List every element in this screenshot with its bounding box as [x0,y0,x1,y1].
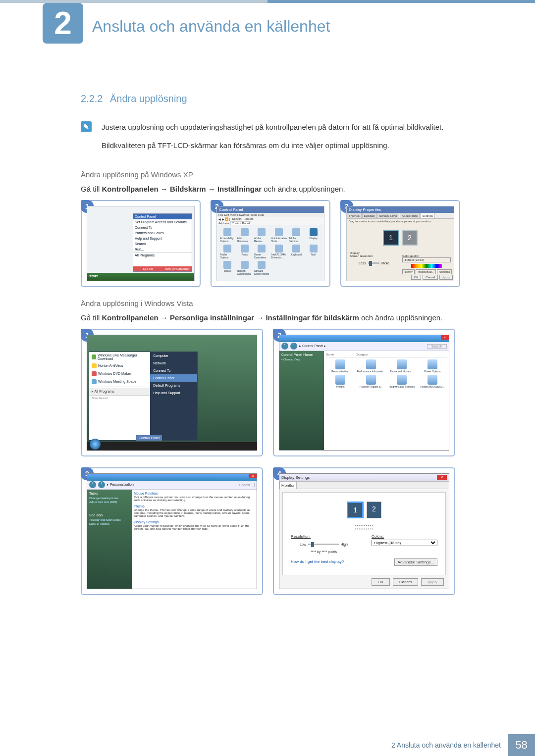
control-panel-screenshot: Control Panel File Edit View Favorites T… [216,206,324,281]
mouse-pointers-link: Mouse Pointers [134,492,255,495]
start-menu-screenshot: Control Panel Set Program Access and Def… [87,206,195,281]
cancel-button: Cancel [393,578,418,586]
program-item: Windows Live Messenger Download [98,353,148,360]
arrow-icon: → [159,185,170,193]
xp-figure-2: 2 Control Panel File Edit View Favorites… [211,200,330,287]
vista-figure-2: 2 × ‹›▸ Control Panel ▸Search Control Pa… [273,329,455,456]
vista-control-panel-screenshot: × ‹›▸ Control Panel ▸Search Control Pane… [279,335,449,451]
tabs: ThemesDesktopScreen SaverAppearanceSetti… [347,213,454,219]
sidebar-link: Ease of Access [89,522,130,525]
control-panel-icons: Accessibility Options Add Hardware Add o… [217,225,324,278]
window-title: Display Properties [347,206,454,213]
nav-step-2: Personliga inställningar [170,313,254,322]
monitor-2: 2 [367,502,381,518]
vista-personalization-screenshot: × ‹›▸ PersonalizationSearch Tasks Change… [87,473,257,589]
vista-start-menu-screenshot: Windows Live Messenger Download Norton A… [87,335,257,451]
control-panel-item: Control Panel [133,214,192,219]
section-title: Ändra upplösning [110,93,187,104]
chapter-title: Ansluta och använda en källenhet [92,17,330,36]
tooltip: Control Panel [136,435,162,441]
xp-figure-3: 3 Display Properties ThemesDesktopScreen… [340,200,460,287]
help-link: How do I get the best display? [291,559,344,564]
search-box: Search [235,483,255,487]
program-item: Windows DVD Maker [98,372,131,375]
breadcrumb: Control Panel [302,344,323,348]
program-item: Norton AntiVirus [98,364,123,367]
start-orb [90,439,101,450]
ok-button: OK [411,275,422,280]
arrow-icon: → [159,313,170,322]
xp-nav-path: Gå till Kontrollpanelen → Bildskärm → In… [81,185,463,193]
section-heading: 2.2.2 Ändra upplösning [81,93,463,104]
nav-step-3: Inställningar [217,185,262,193]
nav-suffix: och ändra upplösningen. [262,185,345,193]
sidebar-title: Control Panel Home [281,353,322,356]
nav-step-1: Kontrollpanelen [102,313,159,322]
theme-link: Theme [134,504,255,508]
monitor-layout: 1 2 [286,502,442,518]
menu-item: Printers and Faxes [133,230,192,236]
program-item: Windows Meeting Space [98,380,136,383]
see-also-title: See also [89,513,130,517]
right-item: Help and Support [150,389,197,397]
xp-figure-row: 1 Control Panel Set Program Access and D… [81,200,463,287]
color-value: Highest (32 bit) [402,257,451,262]
tasks-title: Tasks [89,492,130,495]
arrow-icon: → [254,313,266,322]
cancel-button: Cancel [423,275,438,280]
vista-nav-path: Gå till Kontrollpanelen → Personliga ins… [81,313,463,322]
info-paragraph-2: Bildkvaliteten på TFT-LCD-skärmar kan fö… [102,140,443,151]
address-value: Control Panel [230,221,251,225]
apply-button: Apply [439,275,453,280]
window-title: Control Panel [217,206,324,213]
logoff-button: Log Off [133,266,162,271]
dialog-buttons: OK Cancel Apply [372,578,444,586]
tab-monitor: Monitor [279,482,297,489]
menubar: File Edit View Favorites Tools Help [217,213,324,217]
advanced-settings-button: Advanced Settings... [394,558,437,566]
nav-suffix: och ändra upplösningen. [359,313,442,322]
xp-subheading: Ändra upplösning på Windows XP [81,170,463,179]
section-number: 2.2.2 [81,93,103,104]
page-number: 58 [508,734,535,756]
nav-prefix: Gå till [81,185,102,193]
close-icon: × [437,475,447,480]
section-body: Pick a different mouse pointer. You can … [134,496,255,502]
col-category: Category [356,353,368,356]
menu-item: Help and Support [133,236,192,241]
nav-step-1: Kontrollpanelen [102,185,159,193]
vista-figure-row-1: 1 Windows Live Messenger Download Norton… [81,329,463,456]
vista-figure-3: 3 × ‹›▸ PersonalizationSearch Tasks Chan… [81,467,263,595]
nav-step-3: Inställningar för bildskärm [266,313,359,322]
taskbar [87,442,257,451]
window-title: Display Settings [281,475,310,480]
vista-figure-4: 4 Display Settings× Monitor 1 2 ********… [273,467,455,595]
page-content: 2.2.2 Ändra upplösning ✎ Justera upplösn… [81,93,463,606]
info-body: Justera upplösning och uppdateringshasti… [102,121,443,158]
folders-label: Folders [244,217,254,221]
tab-settings: Settings [420,213,435,218]
breadcrumb: Personalization [110,483,134,486]
display-properties-screenshot: Display Properties ThemesDesktopScreen S… [346,206,454,281]
drag-hint: Drag the monitor icons to match the phys… [347,219,454,224]
all-programs: All Programs [95,390,114,393]
right-item: Default Programs [150,382,197,389]
menu-item: Search [133,241,192,247]
close-icon: × [441,335,449,340]
info-icon: ✎ [81,121,92,132]
monitor-1: 1 [383,230,399,246]
info-paragraph-1: Justera upplösning och uppdateringshasti… [102,121,443,133]
xp-figure-1: 1 Control Panel Set Program Access and D… [81,200,201,287]
menu-item: Set Program Access and Defaults [133,219,192,225]
menu-item: Run... [133,247,192,252]
right-item: Computer [150,352,197,359]
sidebar-link: Taskbar and Start Menu [89,518,130,521]
start-button: start [87,273,194,281]
resolution-label: Resolution: [291,534,357,539]
section-body: Change the theme. Themes can change a wi… [134,508,255,517]
identify-text: ******************** [286,524,442,531]
right-item: Network [150,359,197,367]
monitor-1: 1 [347,502,364,518]
monitor-2: 2 [402,230,418,246]
info-callout: ✎ Justera upplösning och uppdateringshas… [81,121,463,158]
